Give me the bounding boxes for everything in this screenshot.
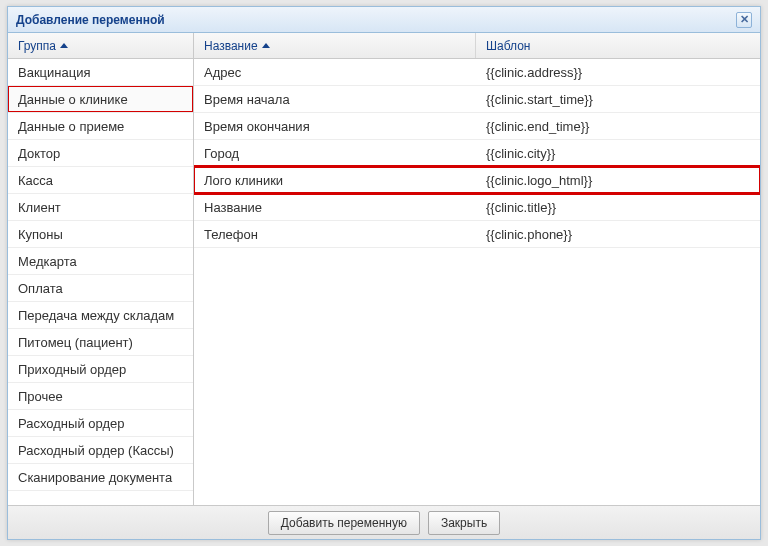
window-title: Добавление переменной [16,13,165,27]
variable-row[interactable]: Название{{clinic.title}} [194,194,760,221]
close-icon[interactable]: ✕ [736,12,752,28]
variable-row[interactable]: Лого клиники{{clinic.logo_html}} [194,167,760,194]
variable-name: Название [194,194,476,220]
dialog-window: Добавление переменной ✕ Группа Вакцинаци… [7,6,761,540]
group-item[interactable]: Оплата [8,275,193,302]
group-item[interactable]: Данные о приеме [8,113,193,140]
column-header-template-label: Шаблон [486,39,530,53]
group-item[interactable]: Расходный ордер [8,410,193,437]
variable-template: {{clinic.address}} [476,59,760,85]
group-item[interactable]: Медкарта [8,248,193,275]
column-header-group[interactable]: Группа [8,33,193,58]
variable-name: Адрес [194,59,476,85]
add-variable-button[interactable]: Добавить переменную [268,511,420,535]
close-button[interactable]: Закрыть [428,511,500,535]
variable-row[interactable]: Время окончания{{clinic.end_time}} [194,113,760,140]
variable-name: Город [194,140,476,166]
group-item[interactable]: Доктор [8,140,193,167]
group-item[interactable]: Касса [8,167,193,194]
variable-template: {{clinic.city}} [476,140,760,166]
group-item[interactable]: Прочее [8,383,193,410]
variable-row[interactable]: Время начала{{clinic.start_time}} [194,86,760,113]
variable-name: Время начала [194,86,476,112]
variable-template: {{clinic.start_time}} [476,86,760,112]
group-item[interactable]: Сканирование документа [8,464,193,491]
variable-name: Лого клиники [194,167,476,193]
variable-list: Адрес{{clinic.address}}Время начала{{cli… [194,59,760,505]
column-header-group-label: Группа [18,39,56,53]
dialog-body: Группа ВакцинацияДанные о клиникеДанные … [8,33,760,505]
variable-template: {{clinic.end_time}} [476,113,760,139]
variable-row[interactable]: Город{{clinic.city}} [194,140,760,167]
group-item[interactable]: Расходный ордер (Кассы) [8,437,193,464]
column-header-name[interactable]: Название [194,33,476,58]
group-item[interactable]: Данные о клинике [8,86,193,113]
group-list: ВакцинацияДанные о клиникеДанные о прием… [8,59,193,505]
variable-template: {{clinic.title}} [476,194,760,220]
group-header-row: Группа [8,33,193,59]
dialog-footer: Добавить переменную Закрыть [8,505,760,539]
group-panel: Группа ВакцинацияДанные о клиникеДанные … [8,33,194,505]
variable-row[interactable]: Телефон{{clinic.phone}} [194,221,760,248]
group-item[interactable]: Передача между складам [8,302,193,329]
variable-header-row: Название Шаблон [194,33,760,59]
variable-panel: Название Шаблон Адрес{{clinic.address}}В… [194,33,760,505]
group-item[interactable]: Питомец (пациент) [8,329,193,356]
column-header-template[interactable]: Шаблон [476,33,760,58]
column-header-name-label: Название [204,39,258,53]
titlebar: Добавление переменной ✕ [8,7,760,33]
variable-name: Телефон [194,221,476,247]
group-item[interactable]: Купоны [8,221,193,248]
group-item[interactable]: Приходный ордер [8,356,193,383]
variable-row[interactable]: Адрес{{clinic.address}} [194,59,760,86]
variable-name: Время окончания [194,113,476,139]
sort-asc-icon [262,43,270,48]
group-item[interactable]: Клиент [8,194,193,221]
group-item[interactable]: Вакцинация [8,59,193,86]
sort-asc-icon [60,43,68,48]
variable-template: {{clinic.phone}} [476,221,760,247]
variable-template: {{clinic.logo_html}} [476,167,760,193]
